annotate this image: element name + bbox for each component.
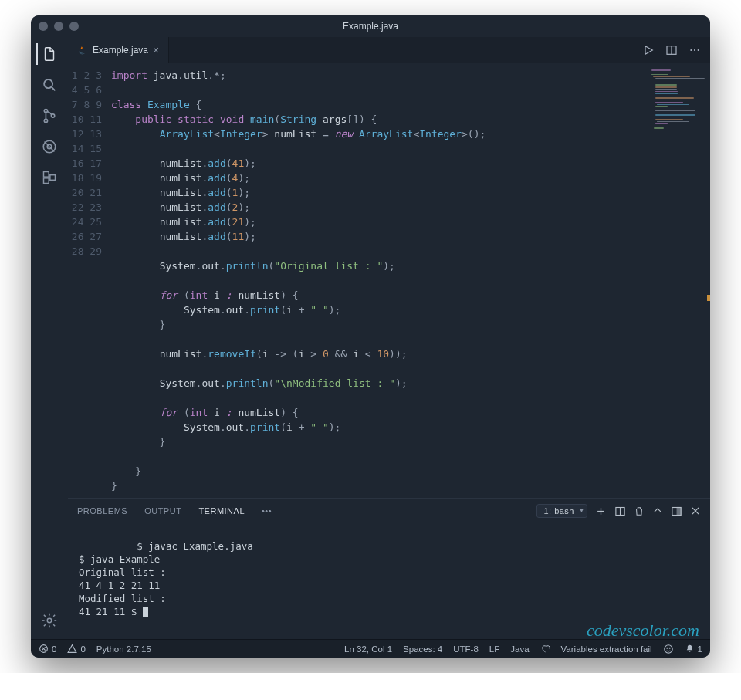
status-encoding[interactable]: UTF-8	[453, 644, 479, 654]
tab-bar: Example.java ×	[68, 37, 710, 63]
java-file-icon	[77, 45, 88, 56]
tab-output[interactable]: OUTPUT	[144, 503, 181, 519]
watermark: codevscolor.com	[587, 624, 699, 637]
svg-point-3	[44, 119, 47, 122]
status-bell[interactable]: 1	[685, 644, 702, 654]
status-smiley-icon[interactable]	[663, 644, 674, 654]
split-editor-icon[interactable]	[665, 44, 678, 56]
status-bar: 0 0 Python 2.7.15 Ln 32, Col 1 Spaces: 4…	[31, 639, 710, 658]
svg-point-2	[44, 109, 47, 112]
status-feedback-icon[interactable]	[540, 644, 550, 654]
terminal-output[interactable]: $ javac Example.java $ java Example Orig…	[68, 523, 710, 639]
status-python[interactable]: Python 2.7.15	[96, 644, 151, 654]
debug-icon[interactable]	[39, 136, 60, 157]
status-spaces[interactable]: Spaces: 4	[403, 644, 442, 654]
overview-ruler-mark	[707, 295, 710, 301]
status-warnings[interactable]: 0	[67, 644, 85, 654]
svg-point-28	[664, 644, 672, 653]
status-eol[interactable]: LF	[489, 644, 499, 654]
extensions-icon[interactable]	[39, 167, 60, 188]
svg-point-10	[47, 618, 52, 623]
bottom-panel: PROBLEMS OUTPUT TERMINAL ••• 1: bash	[68, 498, 710, 639]
svg-rect-9	[50, 175, 56, 181]
svg-rect-22	[677, 507, 681, 515]
svg-point-14	[690, 49, 692, 51]
new-terminal-icon[interactable]	[595, 506, 607, 517]
terminal-select[interactable]: 1: bash	[536, 504, 587, 518]
maximize-panel-icon[interactable]	[652, 506, 663, 516]
close-panel-icon[interactable]	[690, 506, 701, 516]
svg-point-0	[44, 79, 52, 88]
tab-problems[interactable]: PROBLEMS	[77, 503, 127, 519]
run-icon[interactable]	[642, 44, 655, 56]
svg-point-15	[694, 49, 695, 51]
status-errors[interactable]: 0	[39, 644, 56, 654]
settings-gear-icon[interactable]	[39, 610, 60, 631]
tab-terminal[interactable]: TERMINAL	[198, 503, 245, 519]
status-extract[interactable]: Variables extraction fail	[561, 644, 652, 654]
editor[interactable]: 1 2 3 4 5 6 7 8 9 10 11 12 13 14 15 16 1…	[68, 63, 710, 498]
panel-layout-icon[interactable]	[671, 506, 682, 517]
tab-example-java[interactable]: Example.java ×	[68, 37, 169, 63]
search-icon[interactable]	[39, 74, 60, 96]
svg-point-16	[698, 49, 699, 51]
status-position[interactable]: Ln 32, Col 1	[344, 644, 392, 654]
activity-bar	[31, 37, 68, 639]
svg-line-1	[52, 87, 56, 91]
kill-terminal-icon[interactable]	[634, 506, 645, 517]
tab-label: Example.java	[93, 45, 148, 56]
split-terminal-icon[interactable]	[614, 506, 626, 517]
svg-marker-11	[645, 46, 652, 55]
more-icon[interactable]	[689, 44, 701, 56]
vscode-window: Example.java	[31, 15, 710, 658]
titlebar[interactable]: Example.java	[31, 15, 710, 37]
tab-more-icon[interactable]: •••	[262, 503, 272, 519]
code-area[interactable]: import java.util.*; class Example { publ…	[110, 63, 710, 498]
svg-point-29	[666, 648, 667, 648]
window-title: Example.java	[31, 21, 710, 32]
line-gutter: 1 2 3 4 5 6 7 8 9 10 11 12 13 14 15 16 1…	[68, 63, 110, 498]
svg-point-30	[669, 648, 670, 648]
source-control-icon[interactable]	[39, 105, 60, 127]
svg-rect-8	[44, 178, 49, 184]
svg-rect-7	[44, 172, 49, 178]
explorer-icon[interactable]	[36, 43, 61, 65]
status-language[interactable]: Java	[510, 644, 529, 654]
close-icon[interactable]: ×	[153, 45, 159, 56]
